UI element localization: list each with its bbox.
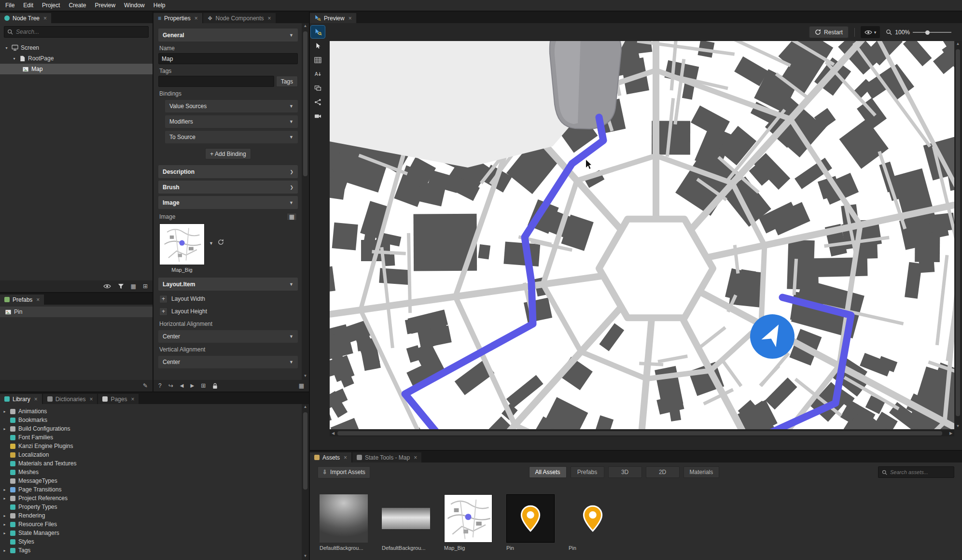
tab-properties[interactable]: ≡ Properties × — [153, 13, 202, 23]
menu-help[interactable]: Help — [149, 0, 170, 10]
slider-knob[interactable] — [925, 30, 930, 35]
properties-scrollbar[interactable]: ▲ ▼ — [302, 23, 309, 380]
close-icon[interactable]: × — [344, 455, 347, 461]
library-item-rendering[interactable]: ▸Rendering — [2, 511, 302, 520]
help-icon[interactable]: ? — [158, 383, 162, 389]
add-layout-height-row[interactable]: + Layout Height — [159, 306, 297, 317]
horizontal-alignment-dropdown[interactable]: Center ▼ — [158, 330, 298, 343]
scroll-up-icon[interactable]: ▲ — [304, 405, 307, 410]
close-icon[interactable]: × — [43, 15, 47, 21]
tree-node-screen[interactable]: ▾ Screen — [0, 42, 153, 53]
grid-tool-button[interactable] — [311, 54, 325, 66]
close-icon[interactable]: × — [349, 15, 352, 21]
asset-item[interactable]: Map_Big — [444, 494, 492, 551]
library-item-resource-files[interactable]: ▸Resource Files — [2, 520, 302, 529]
library-item-build-configurations[interactable]: ▸Build Configurations — [2, 424, 302, 433]
prefab-item-pin[interactable]: Pin — [0, 307, 153, 317]
export-icon[interactable]: ↪ — [168, 383, 173, 389]
tab-library[interactable]: Library × — [0, 394, 42, 404]
chevron-right-icon[interactable]: ▸ — [2, 496, 7, 501]
library-item-project-references[interactable]: ▸Project References — [2, 494, 302, 503]
add-binding-button[interactable]: + Add Binding — [205, 148, 251, 159]
text-tool-button[interactable]: A — [311, 68, 325, 80]
scroll-down-icon[interactable]: ▼ — [304, 554, 307, 560]
scroll-down-icon[interactable]: ▼ — [304, 374, 307, 379]
filter-3d[interactable]: 3D — [608, 466, 642, 478]
tab-prefabs[interactable]: Prefabs × — [0, 294, 44, 305]
preview-horizontal-scrollbar[interactable]: ◀ ▶ — [330, 430, 954, 436]
chevron-right-icon[interactable]: ▸ — [2, 488, 7, 492]
library-item-tags[interactable]: ▸Tags — [2, 546, 302, 555]
close-icon[interactable]: × — [268, 15, 271, 21]
section-image[interactable]: Image ▼ — [158, 196, 298, 209]
library-item-animations[interactable]: ▸Animations — [2, 407, 302, 416]
location-marker[interactable] — [750, 314, 795, 359]
value-sources-dropdown[interactable]: Value Sources ▼ — [165, 100, 298, 112]
add-layout-width-row[interactable]: + Layout Width — [159, 293, 297, 305]
library-item-property-types[interactable]: Property Types — [2, 503, 302, 511]
name-field[interactable] — [158, 53, 298, 64]
node-tree-search[interactable] — [4, 26, 149, 38]
asset-item[interactable]: Pin — [506, 494, 555, 551]
scroll-up-icon[interactable]: ▲ — [304, 24, 307, 29]
chevron-right-icon[interactable]: ▸ — [2, 427, 7, 431]
tab-node-tree[interactable]: Node Tree × — [0, 13, 51, 23]
assets-search[interactable] — [878, 466, 954, 478]
interact-tool-button[interactable] — [311, 26, 325, 38]
chevron-right-icon[interactable]: ▸ — [2, 548, 7, 553]
scroll-right-icon[interactable]: ▶ — [948, 431, 954, 435]
menu-edit[interactable]: Edit — [19, 0, 38, 10]
scroll-down-icon[interactable]: ▼ — [956, 424, 960, 430]
asset-item[interactable]: Pin — [569, 494, 617, 551]
close-icon[interactable]: × — [89, 396, 93, 402]
menu-window[interactable]: Window — [120, 0, 149, 10]
asset-item[interactable]: DefaultBackgrou... — [320, 494, 368, 551]
library-item-state-managers[interactable]: ▸State Managers — [2, 529, 302, 537]
close-icon[interactable]: × — [414, 455, 417, 461]
chevron-right-icon[interactable]: ▸ — [2, 514, 7, 518]
expand-view-icon[interactable]: ⊞ — [143, 283, 148, 289]
to-source-dropdown[interactable]: To Source ▼ — [165, 131, 298, 143]
tab-state-tools[interactable]: State Tools - Map × — [352, 452, 421, 462]
section-description[interactable]: Description ❯ — [158, 165, 298, 178]
library-item-styles[interactable]: Styles — [2, 537, 302, 546]
library-item-meshes[interactable]: Meshes — [2, 468, 302, 476]
visibility-icon[interactable] — [103, 283, 111, 289]
reset-icon[interactable] — [218, 239, 224, 245]
next-icon[interactable]: ▶ — [190, 383, 194, 388]
zoom-slider[interactable] — [913, 28, 951, 36]
chevron-right-icon[interactable]: ▸ — [2, 522, 7, 527]
map-preview-canvas[interactable] — [330, 41, 954, 429]
layers-tool-button[interactable] — [311, 82, 325, 94]
filter-all-assets[interactable]: All Assets — [529, 466, 567, 478]
select-tool-button[interactable] — [311, 40, 325, 52]
chevron-down-icon[interactable]: ▾ — [4, 46, 9, 50]
chevron-right-icon[interactable]: ▸ — [2, 409, 7, 414]
filter-icon[interactable] — [118, 283, 124, 289]
filter-materials[interactable]: Materials — [683, 466, 720, 478]
library-item-localization[interactable]: Localization — [2, 450, 302, 459]
grid-view-icon[interactable]: ▦ — [131, 283, 136, 289]
tab-node-components[interactable]: ❖ Node Components × — [203, 13, 276, 23]
tab-pages[interactable]: Pages × — [98, 394, 139, 404]
plus-icon[interactable]: + — [159, 295, 167, 303]
vertical-alignment-dropdown[interactable]: Center ▼ — [158, 356, 298, 368]
close-icon[interactable]: × — [195, 15, 198, 21]
tree-node-map[interactable]: Map — [0, 64, 153, 74]
scroll-up-icon[interactable]: ▲ — [956, 42, 960, 47]
filter-2d[interactable]: 2D — [646, 466, 680, 478]
chevron-down-icon[interactable]: ▾ — [12, 56, 17, 61]
library-item-font-families[interactable]: Font Families — [2, 433, 302, 442]
zoom-value[interactable]: 100% — [895, 29, 910, 36]
library-item-messagetypes[interactable]: MessageTypes — [2, 476, 302, 485]
scroll-left-icon[interactable]: ◀ — [330, 431, 336, 435]
resource-picker-icon[interactable]: ▦ — [287, 213, 297, 221]
close-icon[interactable]: × — [36, 297, 40, 303]
import-assets-button[interactable]: ⇩ Import Assets — [318, 466, 370, 478]
library-item-page-transitions[interactable]: ▸Page Transitions — [2, 485, 302, 494]
plus-icon[interactable]: + — [159, 308, 167, 316]
tree-node-rootpage[interactable]: ▾ RootPage — [0, 53, 153, 64]
assets-search-input[interactable] — [890, 469, 950, 475]
asset-item[interactable]: DefaultBackgrou... — [382, 494, 430, 551]
tags-button[interactable]: Tags — [276, 76, 298, 87]
